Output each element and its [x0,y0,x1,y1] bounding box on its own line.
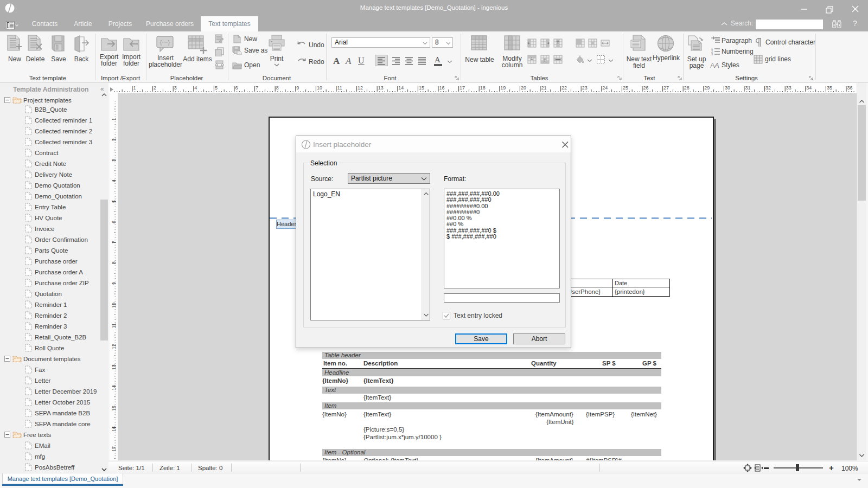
svg-text:{···}: {···} [160,39,170,46]
svg-text:A: A [714,61,719,68]
svg-text:3: 3 [711,53,713,55]
